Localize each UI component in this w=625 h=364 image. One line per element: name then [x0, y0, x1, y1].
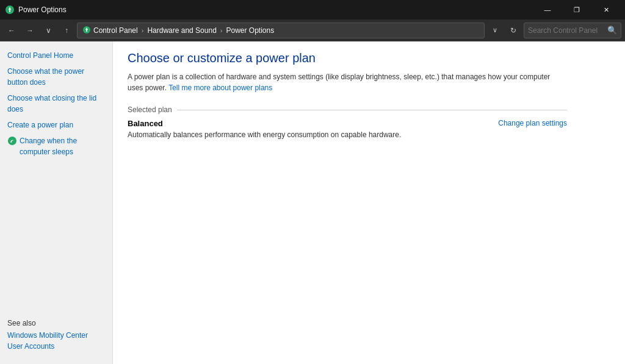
page-title: Choose or customize a power plan — [128, 51, 610, 65]
close-button[interactable]: ✕ — [592, 0, 620, 20]
breadcrumb-hardware-sound[interactable]: Hardware and Sound — [147, 26, 216, 35]
navigation-bar: ← → ∨ ↑ Control Panel › Hardware and Sou… — [0, 20, 625, 41]
plan-row: Balanced Change plan settings — [128, 119, 567, 128]
nav-right-controls: ∨ ↻ 🔍 — [487, 23, 621, 38]
minimize-button[interactable]: — — [533, 0, 562, 20]
address-dropdown-button[interactable]: ∨ — [487, 23, 503, 38]
svg-rect-2 — [9, 10, 10, 12]
address-bar-icon — [82, 26, 91, 35]
change-plan-settings-link[interactable]: Change plan settings — [498, 119, 567, 127]
breadcrumb-power-options[interactable]: Power Options — [226, 26, 274, 35]
page-description: A power plan is a collection of hardware… — [128, 71, 567, 93]
sleep-icon — [7, 136, 17, 146]
sidebar-item-power-button[interactable]: Choose what the power button does — [0, 63, 112, 90]
selected-plan-section: Selected plan Balanced Change plan setti… — [128, 105, 567, 139]
window-controls: — ❐ ✕ — [533, 0, 620, 20]
sidebar-mobility-center-link[interactable]: Windows Mobility Center — [7, 330, 105, 341]
selected-plan-header: Selected plan — [128, 105, 567, 114]
selected-plan-divider — [177, 110, 567, 110]
sidebar: Control Panel Home Choose what the power… — [0, 41, 113, 364]
sidebar-item-sleep[interactable]: Change when the computer sleeps — [0, 133, 112, 160]
up-button[interactable]: ↑ — [59, 23, 74, 38]
breadcrumb-sep-1: › — [142, 27, 144, 34]
plan-description: Automatically balances performance with … — [128, 130, 567, 139]
see-also-label: See also — [7, 319, 105, 327]
window-title: Power Options — [18, 5, 533, 14]
sidebar-item-create-plan[interactable]: Create a power plan — [0, 117, 112, 133]
title-bar: Power Options — ❐ ✕ — [0, 0, 625, 20]
refresh-button[interactable]: ↻ — [505, 23, 521, 38]
sidebar-item-lid[interactable]: Choose what closing the lid does — [0, 90, 112, 117]
dropdown-button[interactable]: ∨ — [40, 23, 56, 38]
content-area: Choose or customize a power plan A power… — [113, 41, 625, 364]
tell-me-more-link[interactable]: Tell me more about power plans — [168, 84, 272, 92]
maximize-button[interactable]: ❐ — [563, 0, 591, 20]
search-bar: 🔍 — [524, 23, 621, 38]
sidebar-user-accounts-link[interactable]: User Accounts — [7, 341, 105, 352]
sidebar-sleep-label: Change when the computer sleeps — [20, 135, 105, 157]
main-container: Control Panel Home Choose what the power… — [0, 41, 625, 364]
search-input[interactable] — [528, 26, 605, 35]
app-icon — [5, 5, 15, 15]
forward-button[interactable]: → — [22, 23, 38, 38]
breadcrumb-sep-2: › — [220, 27, 223, 34]
address-bar: Control Panel › Hardware and Sound › Pow… — [77, 23, 485, 38]
sidebar-see-also: See also Windows Mobility Center User Ac… — [0, 313, 112, 358]
sidebar-item-control-panel-home[interactable]: Control Panel Home — [0, 48, 112, 63]
plan-name: Balanced — [128, 119, 163, 128]
search-icon[interactable]: 🔍 — [607, 26, 617, 35]
breadcrumb-control-panel[interactable]: Control Panel — [93, 26, 138, 35]
back-button[interactable]: ← — [4, 23, 20, 38]
svg-rect-5 — [86, 30, 87, 32]
selected-plan-label: Selected plan — [128, 105, 172, 114]
